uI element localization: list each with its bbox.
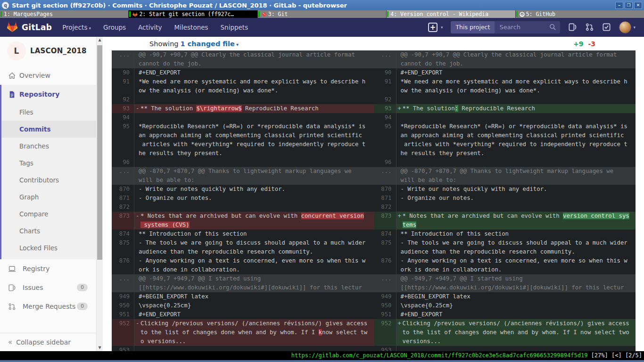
- old-line-number: 94: [112, 113, 134, 122]
- navbar-item-snippets[interactable]: Snippets: [221, 24, 248, 31]
- issues-icon: [8, 284, 19, 292]
- sidebar-item-tags[interactable]: Tags: [1, 155, 96, 172]
- old-line-content: - The tools we are going to discuss shou…: [134, 239, 374, 256]
- old-line-number: 96: [112, 158, 134, 167]
- new-line-number: 876: [374, 256, 396, 274]
- new-line-content: #+END_EXPORT: [396, 68, 636, 77]
- sidebar-item-branches[interactable]: Branches: [1, 138, 96, 155]
- old-line-number: 949: [112, 292, 134, 301]
- tab-title: 2: Start git section (ff927c…: [139, 10, 234, 18]
- diff-row: ...@@ -949,7 +949,7 @@ I started using […: [112, 274, 636, 292]
- sidebar-item-graph[interactable]: Graph: [1, 189, 96, 206]
- new-line-number: 870: [374, 185, 396, 194]
- new-line-content: - Write our notes quickly with any edito…: [396, 185, 636, 194]
- new-line-content: +Clicking /previous versions/ (/ancienne…: [396, 319, 636, 346]
- scroll-up-arrow[interactable]: ▲: [97, 37, 103, 43]
- new-line-content: @@ -949,7 +949,7 @@ I started using [[ht…: [396, 274, 636, 292]
- tab-indicator: [2/5]: [625, 351, 642, 360]
- navbar-item-activity[interactable]: Activity: [138, 24, 162, 31]
- old-line-number: 93: [112, 104, 134, 113]
- sidebar-item-label: Merge Requests: [23, 303, 75, 310]
- diff-row: 90#+END_EXPORT90#+END_EXPORT: [112, 68, 636, 77]
- scrollbar-thumb[interactable]: [97, 45, 102, 260]
- sidebar-item-compare[interactable]: Compare: [1, 206, 96, 222]
- issues-icon[interactable]: [568, 23, 577, 32]
- new-dropdown-button[interactable]: + ▾: [428, 23, 443, 32]
- diff-row: 874** Introduction of this section874** …: [112, 230, 636, 239]
- new-line-content: [396, 346, 636, 351]
- user-menu[interactable]: ▾: [619, 21, 636, 33]
- sidebar-item-repository[interactable]: Repository: [1, 85, 96, 104]
- diff-text: Reproducible Research: [242, 105, 319, 112]
- old-line-number: 953: [112, 346, 134, 351]
- brand-name: GitLab: [22, 23, 52, 32]
- search-box[interactable]: This project Search: [451, 21, 560, 33]
- maximize-button[interactable]: ❐: [625, 2, 633, 9]
- home-icon: [8, 72, 16, 80]
- new-line-number: 872: [374, 203, 396, 212]
- close-button[interactable]: ✕: [634, 2, 642, 9]
- new-line-number: 92: [374, 95, 396, 104]
- sidebar-item-issues[interactable]: Issues0: [0, 278, 96, 297]
- search-input[interactable]: Search: [495, 24, 549, 31]
- navbar-item-groups[interactable]: Groups: [103, 24, 126, 31]
- old-line-content: [134, 158, 374, 167]
- count-badge: 0: [77, 284, 88, 291]
- chevron-down-icon: ▾: [89, 26, 91, 31]
- gitlab-logo[interactable]: GitLab: [7, 22, 52, 33]
- diff-text: ** The solution: [140, 105, 196, 112]
- old-line-content: #+END_EXPORT: [134, 68, 374, 77]
- diff-row: 9494: [112, 113, 636, 122]
- sidebar-item-merge-requests[interactable]: Merge Requests0: [0, 297, 96, 316]
- sidebar-scrollbar[interactable]: ▲ ▼: [96, 37, 103, 351]
- tab[interactable]: 2: Start git section (ff927c…: [128, 10, 257, 18]
- changed-files-dropdown[interactable]: 1 changed file: [181, 40, 235, 48]
- diff-row: 875- The tools we are going to discuss s…: [112, 239, 636, 256]
- sidebar-item-label: Issues: [23, 284, 43, 291]
- diff-row: 950\vspace{0.25cm}950\vspace{0.25cm}: [112, 301, 636, 310]
- project-sidebar: L LASCON_2018 Overview Repository FilesC…: [0, 37, 96, 351]
- new-line-number: 96: [374, 158, 396, 167]
- tab[interactable]: 1: MarquesPages: [0, 10, 128, 18]
- search-scope-chip[interactable]: This project: [451, 21, 495, 33]
- diff-row: 951#+END_EXPORT951#+END_EXPORT: [112, 310, 636, 319]
- old-line-number: 90: [112, 68, 134, 77]
- tab[interactable]: 4: Version control - Wikipedia: [386, 10, 515, 18]
- sidebar-item-charts[interactable]: Charts: [1, 222, 96, 239]
- old-line-number: ...: [112, 50, 134, 68]
- new-line-number: ...: [374, 274, 396, 292]
- sidebar-item-contributors[interactable]: Contributors: [1, 172, 96, 189]
- sidebar-item-overview[interactable]: Overview: [0, 66, 96, 85]
- tab[interactable]: 3: Git: [257, 10, 386, 18]
- todos-icon[interactable]: [602, 23, 611, 32]
- new-line-content: *Reproducible Research* (=RR=) or *repro…: [396, 122, 636, 158]
- collapse-sidebar-button[interactable]: « Collapse sidebar: [0, 333, 96, 351]
- scroll-down-arrow[interactable]: ▼: [97, 345, 103, 351]
- sidebar-item-locked-files[interactable]: Locked Files: [1, 239, 96, 256]
- old-line-content: [134, 203, 374, 212]
- sidebar-item-commits[interactable]: Commits: [1, 121, 96, 138]
- new-line-content: #+BEGIN_EXPORT latex: [396, 292, 636, 301]
- diff-word-highlight: :: [455, 105, 458, 112]
- old-line-number: 91: [112, 77, 134, 95]
- tab-title: 4: Version control - Wikipedia: [390, 10, 488, 18]
- merge-request-icon[interactable]: [585, 23, 594, 32]
- old-line-content: -* Notes that are archived but can evolv…: [134, 212, 374, 230]
- diff-stat: +9 -3: [573, 40, 595, 48]
- side-by-side-diff: ...@@ -90,7 +90,7 @@ Clearly the classic…: [112, 50, 636, 351]
- tab[interactable]: 5: GitHub: [515, 10, 644, 18]
- old-line-number: ...: [112, 167, 134, 185]
- tab-loaded-indicator: [516, 11, 518, 17]
- new-line-content: [396, 113, 636, 122]
- old-line-number: 875: [112, 239, 134, 256]
- sidebar-footer: « Collapse sidebar: [0, 333, 96, 351]
- history-indicator: [<]: [611, 351, 622, 360]
- minimize-button[interactable]: –: [615, 2, 623, 9]
- project-header[interactable]: L LASCON_2018: [0, 37, 96, 66]
- sidebar-item-files[interactable]: Files: [1, 104, 96, 121]
- additions-count: +9: [573, 40, 583, 48]
- navbar-item-milestones[interactable]: Milestones: [174, 24, 208, 31]
- navbar-item-projects[interactable]: Projects▾: [62, 24, 91, 31]
- diff-row: 91*We need are more systematic and more …: [112, 77, 636, 95]
- sidebar-item-registry[interactable]: Registry: [0, 259, 96, 278]
